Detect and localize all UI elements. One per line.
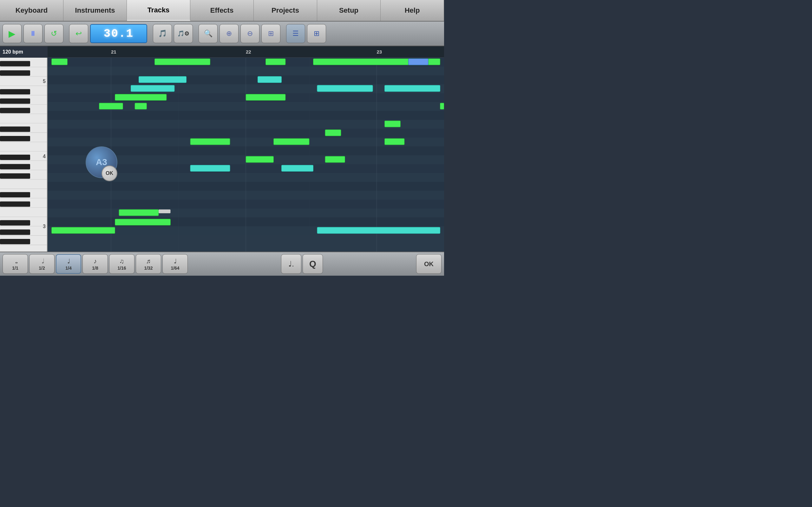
magnify-icon: 🔍 — [204, 30, 212, 38]
svg-rect-77 — [440, 103, 444, 109]
play-button[interactable]: ▶ — [3, 24, 21, 43]
tab-projects[interactable]: Projects — [254, 0, 317, 21]
svg-rect-88 — [317, 85, 373, 92]
bottom-toolbar: 𝅝 1/1 𝅗𝅥 1/2 ♩ 1/4 ♪ 1/8 ♫ 1/16 ♬ 1/32 ♩… — [0, 251, 444, 276]
zoom-out-icon: ⊖ — [247, 30, 253, 38]
svg-rect-26 — [0, 126, 30, 132]
list-view-icon: ☰ — [293, 30, 299, 38]
svg-rect-29 — [0, 164, 30, 170]
duration-whole-button[interactable]: 𝅝 1/1 — [3, 254, 28, 274]
ok-label: OK — [424, 261, 434, 268]
tab-setup[interactable]: Setup — [317, 0, 380, 21]
duration-eighth-button[interactable]: ♪ 1/8 — [83, 254, 108, 274]
metronome-settings-icon: 🎵⚙ — [177, 30, 189, 37]
svg-rect-78 — [115, 219, 171, 225]
duration-64th-button[interactable]: ♩ 1/64 — [162, 254, 188, 274]
marker-23: 23 — [377, 49, 382, 55]
svg-rect-87 — [325, 156, 345, 163]
svg-rect-92 — [52, 227, 115, 233]
ok-button[interactable]: OK — [416, 254, 442, 274]
svg-rect-32 — [0, 202, 30, 207]
svg-text:4: 4 — [43, 153, 46, 159]
note-popup: A3 OK — [86, 147, 117, 178]
pause-icon: ⏸ — [30, 30, 37, 38]
loop-button[interactable]: ↺ — [44, 24, 63, 43]
64th-note-label: 1/64 — [171, 266, 179, 271]
metronome-icon: 🎵 — [158, 30, 167, 38]
svg-rect-85 — [385, 121, 401, 127]
metronome-button[interactable]: 🎵 — [153, 24, 172, 43]
svg-rect-82 — [385, 138, 405, 145]
zoom-out-button[interactable]: ⊖ — [241, 24, 259, 43]
svg-rect-90 — [409, 59, 428, 65]
dotted-note-button[interactable]: ♩. — [281, 254, 301, 274]
duration-quarter-button[interactable]: ♩ 1/4 — [56, 254, 81, 274]
eighth-note-label: 1/8 — [92, 266, 98, 271]
svg-rect-83 — [190, 165, 230, 171]
svg-rect-67 — [266, 59, 286, 65]
note-popup-label: A3 — [96, 157, 107, 167]
undo-button[interactable]: ↩ — [69, 24, 88, 43]
notes-grid[interactable]: A3 OK — [48, 58, 444, 251]
svg-rect-23 — [0, 89, 30, 95]
whole-note-label: 1/1 — [12, 266, 18, 271]
tab-help[interactable]: Help — [380, 0, 444, 21]
quantize-label: Q — [309, 259, 316, 269]
svg-rect-65 — [52, 59, 67, 65]
tab-keyboard[interactable]: Keyboard — [0, 0, 63, 21]
svg-rect-81 — [325, 130, 341, 136]
svg-rect-75 — [99, 103, 123, 109]
svg-rect-79 — [190, 138, 230, 145]
grid-view-button[interactable]: ⊞ — [307, 24, 326, 43]
svg-rect-94 — [159, 210, 171, 213]
duration-half-button[interactable]: 𝅗𝅥 1/2 — [29, 254, 55, 274]
nav-tabs: Keyboard Instruments Tracks Effects Proj… — [0, 0, 444, 21]
toolbar: ▶ ⏸ ↺ ↩ 30.1 🎵 🎵⚙ 🔍 ⊕ ⊖ ⊞ ☰ ⊞ — [0, 21, 444, 46]
timeline-bar[interactable]: 21 22 23 — [48, 46, 444, 58]
duration-16th-button[interactable]: ♫ 1/16 — [109, 254, 135, 274]
svg-rect-24 — [0, 99, 30, 104]
metronome-settings-button[interactable]: 🎵⚙ — [174, 24, 193, 43]
quantize-button[interactable]: Q — [303, 254, 323, 274]
main-area: 120 bpm 21 22 23 draw keys — [0, 46, 444, 251]
tab-instruments[interactable]: Instruments — [63, 0, 127, 21]
svg-rect-70 — [258, 76, 282, 83]
svg-rect-74 — [246, 94, 286, 101]
svg-rect-89 — [385, 85, 440, 92]
undo-icon: ↩ — [75, 29, 82, 38]
16th-note-label: 1/16 — [117, 266, 126, 271]
svg-rect-71 — [131, 85, 175, 92]
svg-rect-31 — [0, 192, 30, 198]
zoom-fit-button[interactable]: ⊞ — [261, 24, 281, 43]
duration-32nd-button[interactable]: ♬ 1/32 — [136, 254, 161, 274]
svg-rect-34 — [0, 229, 30, 235]
loop-icon: ↺ — [51, 29, 57, 38]
64th-note-icon: ♩ — [174, 257, 177, 265]
zoom-magnify-button[interactable]: 🔍 — [199, 24, 217, 43]
play-icon: ▶ — [9, 29, 15, 39]
dotted-note-icon: ♩. — [288, 260, 294, 268]
tab-tracks[interactable]: Tracks — [127, 0, 190, 21]
svg-rect-21 — [0, 61, 30, 66]
list-view-button[interactable]: ☰ — [286, 24, 305, 43]
svg-rect-69 — [139, 76, 187, 83]
svg-rect-22 — [0, 70, 30, 76]
tab-effects[interactable]: Effects — [190, 0, 254, 21]
svg-rect-91 — [119, 210, 159, 216]
zoom-in-button[interactable]: ⊕ — [219, 24, 239, 43]
svg-rect-73 — [115, 94, 167, 101]
quarter-note-icon: ♩ — [67, 257, 70, 265]
16th-note-icon: ♫ — [119, 258, 124, 265]
note-popup-ok-button[interactable]: OK — [101, 165, 117, 181]
marker-21: 21 — [111, 49, 116, 55]
pause-button[interactable]: ⏸ — [23, 24, 43, 43]
piano-svg: draw keys — [0, 58, 48, 251]
position-display: 30.1 — [90, 24, 147, 43]
svg-text:3: 3 — [43, 223, 46, 229]
grid-view-icon: ⊞ — [314, 30, 319, 38]
marker-22: 22 — [246, 49, 251, 55]
svg-text:5: 5 — [43, 78, 46, 84]
32nd-note-label: 1/32 — [144, 266, 153, 271]
zoom-fit-icon: ⊞ — [268, 30, 274, 38]
svg-rect-76 — [135, 103, 147, 109]
